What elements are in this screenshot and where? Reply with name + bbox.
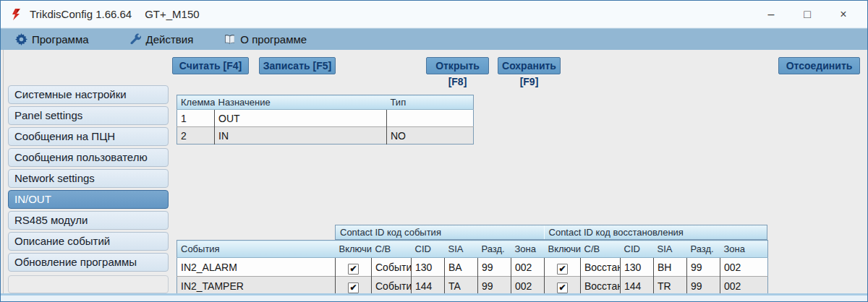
col-enabled: Включить <box>545 241 581 258</box>
event-partition-field[interactable]: 99 <box>478 258 511 277</box>
menu-about-label: О программе <box>240 33 307 46</box>
terminal-type-select[interactable] <box>387 110 474 127</box>
terminal-number: 1 <box>177 110 215 127</box>
event-sia-field[interactable]: BA <box>445 258 478 277</box>
book-icon <box>224 33 236 46</box>
window-controls: – □ × <box>753 1 861 28</box>
terminal-type-select[interactable]: NO <box>387 127 474 144</box>
sidebar-item-panel-settings[interactable]: Panel settings <box>8 106 169 125</box>
event-row-in2-alarm: IN2_ALARM ✔ События 130 BA 99 002 ✔ Восс… <box>177 258 768 277</box>
sidebar-item-user-messages[interactable]: Сообщения пользователю <box>8 148 169 167</box>
col-terminal: Клемма <box>177 95 215 110</box>
restore-sia-field[interactable]: TR <box>654 277 687 295</box>
restore-partition-field[interactable]: 99 <box>687 258 720 277</box>
write-button[interactable]: Записать [F5] <box>259 57 336 74</box>
sidebar-empty-slot <box>8 275 169 293</box>
sidebar-item-rs485-modules[interactable]: RS485 модули <box>8 211 169 230</box>
event-row-in2-tamper: IN2_TAMPER ✔ События 144 TA 99 002 ✔ Вос… <box>177 277 768 295</box>
terminal-purpose-select[interactable]: OUT <box>215 110 387 127</box>
col-cb: С/В <box>581 241 621 258</box>
group-event-code: Contact ID код события <box>336 225 545 239</box>
col-zone: Зона <box>720 241 768 258</box>
restore-enabled-cell: ✔ <box>545 277 581 295</box>
sidebar-item-event-descriptions[interactable]: Описание событий <box>8 232 169 251</box>
title-bar: TrikdisConfig 1.66.64 GT+_M150 – □ × <box>1 1 867 28</box>
event-name: IN2_TAMPER <box>177 277 336 295</box>
restore-enabled-checkbox[interactable]: ✔ <box>557 282 568 293</box>
restore-cb-select[interactable]: Восстановление <box>581 277 621 295</box>
window-bottom-strip <box>1 295 867 301</box>
restore-enabled-checkbox[interactable]: ✔ <box>557 264 568 275</box>
event-zone-field[interactable]: 002 <box>511 277 545 295</box>
terminal-purpose-select[interactable]: IN <box>215 127 387 144</box>
terminal-row: 1 OUT <box>177 110 474 127</box>
event-enabled-cell: ✔ <box>336 258 372 277</box>
device-name: GT+_M150 <box>145 8 199 20</box>
event-enabled-cell: ✔ <box>336 277 372 295</box>
close-icon[interactable]: × <box>825 1 861 28</box>
app-window: TrikdisConfig 1.66.64 GT+_M150 – □ × Про… <box>0 0 868 302</box>
terminal-table: Клемма Назначение Тип 1 OUT 2 IN NO <box>176 95 474 144</box>
restore-partition-field[interactable]: 99 <box>687 277 720 295</box>
terminal-table-header: Клемма Назначение Тип <box>177 95 474 110</box>
minimize-icon[interactable]: – <box>753 1 789 28</box>
menu-program-label: Программа <box>32 33 89 46</box>
col-partition: Разд. <box>478 241 511 258</box>
events-group-header: Contact ID код события Contact ID код во… <box>335 225 767 240</box>
menu-about[interactable]: О программе <box>219 29 311 51</box>
events-table-header: События Включить С/В CID SIA Разд. Зона … <box>177 241 768 258</box>
events-table: События Включить С/В CID SIA Разд. Зона … <box>176 240 768 295</box>
restore-sia-field[interactable]: BH <box>654 258 687 277</box>
col-type: Тип <box>387 95 474 110</box>
col-cid: CID <box>412 241 445 258</box>
event-cid-field[interactable]: 130 <box>412 258 445 277</box>
restore-cid-field[interactable]: 144 <box>621 277 654 295</box>
event-enabled-checkbox[interactable]: ✔ <box>348 264 359 275</box>
event-partition-field[interactable]: 99 <box>478 277 511 295</box>
menu-actions[interactable]: Действия <box>125 29 198 51</box>
sidebar-item-system-settings[interactable]: Системные настройки <box>8 85 169 104</box>
wrench-icon <box>129 33 142 46</box>
event-cb-select[interactable]: События <box>372 258 412 277</box>
col-event: События <box>177 241 336 258</box>
menu-program[interactable]: Программа <box>11 29 93 51</box>
col-purpose: Назначение <box>215 95 387 110</box>
save-button[interactable]: Сохранить [F9] <box>498 57 561 74</box>
restore-cid-field[interactable]: 130 <box>621 258 654 277</box>
col-cb: С/В <box>372 241 412 258</box>
event-cb-select[interactable]: События <box>372 277 412 295</box>
restore-enabled-cell: ✔ <box>545 258 581 277</box>
maximize-icon[interactable]: □ <box>789 1 825 28</box>
terminal-number: 2 <box>177 127 215 144</box>
gear-icon <box>15 33 27 46</box>
open-button[interactable]: Открыть [F8] <box>426 57 489 74</box>
group-restore-code: Contact ID код восстановления <box>545 225 767 239</box>
col-sia: SIA <box>445 241 478 258</box>
app-logo-icon <box>11 9 22 20</box>
disconnect-button[interactable]: Отсоединить <box>778 57 860 74</box>
event-enabled-checkbox[interactable]: ✔ <box>348 282 359 293</box>
sidebar-item-network-settings[interactable]: Network settings <box>8 169 169 188</box>
event-sia-field[interactable]: TA <box>445 277 478 295</box>
terminal-row: 2 IN NO <box>177 127 474 144</box>
sidebar-item-in-out[interactable]: IN/OUT <box>8 190 169 209</box>
col-cid: CID <box>621 241 654 258</box>
event-zone-field[interactable]: 002 <box>511 258 545 277</box>
menu-actions-label: Действия <box>146 33 194 46</box>
restore-zone-field[interactable]: 002 <box>720 277 768 295</box>
col-partition: Разд. <box>687 241 720 258</box>
app-title: TrikdisConfig 1.66.64 <box>30 8 132 20</box>
read-button[interactable]: Считать [F4] <box>172 57 249 74</box>
restore-cb-select[interactable]: Восстановление <box>581 258 621 277</box>
window-edge-shadow <box>3 50 4 294</box>
event-name: IN2_ALARM <box>177 258 336 277</box>
menu-bar: Программа Действия О программе <box>1 28 867 50</box>
col-zone: Зона <box>511 241 545 258</box>
col-sia: SIA <box>654 241 687 258</box>
col-enabled: Включить <box>336 241 372 258</box>
sidebar-item-firmware-update[interactable]: Обновление программы <box>8 253 169 272</box>
restore-zone-field[interactable]: 002 <box>720 258 768 277</box>
event-cid-field[interactable]: 144 <box>412 277 445 295</box>
sidebar-item-cms-messages[interactable]: Сообщения на ПЦН <box>8 127 169 146</box>
